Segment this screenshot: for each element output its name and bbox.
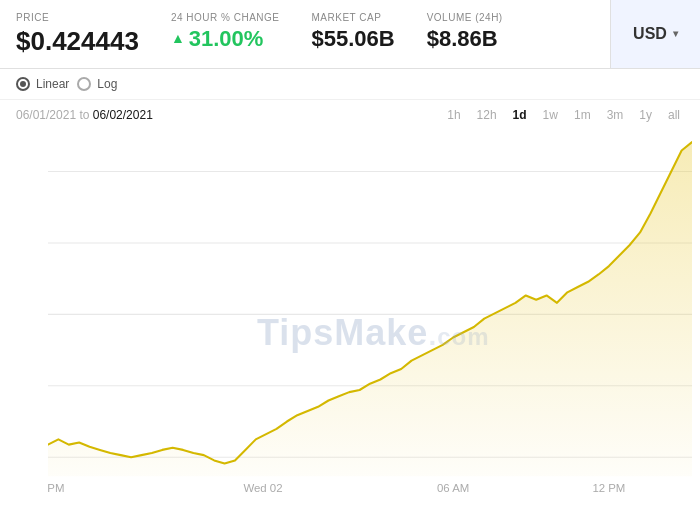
price-stat: PRICE $0.424443 — [16, 12, 139, 56]
time-btn-3m[interactable]: 3m — [603, 106, 628, 124]
marketcap-value: $55.06B — [311, 27, 394, 51]
time-btn-1d[interactable]: 1d — [509, 106, 531, 124]
volume-stat: VOLUME (24H) $8.86B — [427, 12, 503, 51]
change-value: ▲ 31.00% — [171, 27, 280, 51]
linear-radio-group: Linear — [16, 77, 69, 91]
main-container: PRICE $0.424443 24 HOUR % CHANGE ▲ 31.00… — [0, 0, 700, 520]
stats-left: PRICE $0.424443 24 HOUR % CHANGE ▲ 31.00… — [0, 0, 610, 68]
time-btn-1m[interactable]: 1m — [570, 106, 595, 124]
price-value: $0.424443 — [16, 27, 139, 56]
price-label: PRICE — [16, 12, 139, 23]
log-label[interactable]: Log — [97, 77, 117, 91]
date-separator: to — [79, 108, 92, 122]
linear-label[interactable]: Linear — [36, 77, 69, 91]
log-radio-group: Log — [77, 77, 117, 91]
time-btn-1w[interactable]: 1w — [539, 106, 562, 124]
time-btn-1y[interactable]: 1y — [635, 106, 656, 124]
chart-controls: Linear Log — [0, 69, 700, 100]
marketcap-label: MARKET CAP — [311, 12, 394, 23]
svg-text:06 PM: 06 PM — [48, 481, 65, 493]
date-to: 06/02/2021 — [93, 108, 153, 122]
svg-text:12 PM: 12 PM — [592, 481, 625, 493]
time-btn-1h[interactable]: 1h — [443, 106, 464, 124]
date-range: 06/01/2021 to 06/02/2021 — [16, 108, 153, 122]
currency-label: USD — [633, 25, 667, 43]
chevron-down-icon: ▾ — [673, 28, 678, 39]
log-radio[interactable] — [77, 77, 91, 91]
change-label: 24 HOUR % CHANGE — [171, 12, 280, 23]
time-btn-all[interactable]: all — [664, 106, 684, 124]
svg-text:Wed 02: Wed 02 — [243, 481, 282, 493]
change-stat: 24 HOUR % CHANGE ▲ 31.00% — [171, 12, 280, 51]
volume-value: $8.86B — [427, 27, 503, 51]
svg-text:06 AM: 06 AM — [437, 481, 469, 493]
currency-selector[interactable]: USD ▾ — [610, 0, 700, 68]
date-from: 06/01/2021 — [16, 108, 76, 122]
date-time-bar: 06/01/2021 to 06/02/2021 1h 12h 1d 1w 1m… — [0, 100, 700, 130]
time-btn-12h[interactable]: 12h — [473, 106, 501, 124]
price-chart: $0.4 $0.38 $0.36 $0.34 $0.32 06 PM Wed 0… — [48, 140, 692, 497]
arrow-up-icon: ▲ — [171, 31, 185, 46]
stats-bar: PRICE $0.424443 24 HOUR % CHANGE ▲ 31.00… — [0, 0, 700, 69]
chart-area: TipsMake.com $0.4 $0.38 $0.36 $0.34 $0.3… — [0, 130, 700, 520]
linear-radio[interactable] — [16, 77, 30, 91]
marketcap-stat: MARKET CAP $55.06B — [311, 12, 394, 51]
volume-label: VOLUME (24H) — [427, 12, 503, 23]
time-selector: 1h 12h 1d 1w 1m 3m 1y all — [443, 106, 684, 124]
